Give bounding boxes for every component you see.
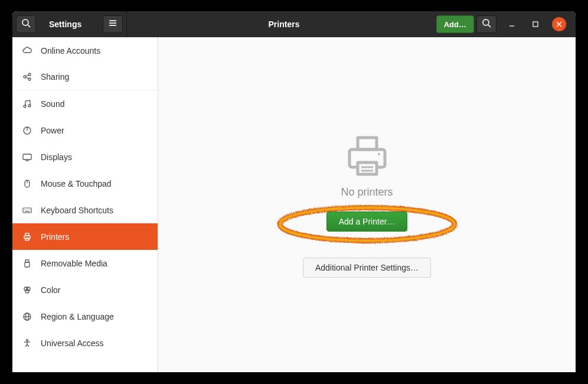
keyboard-icon [22,205,32,216]
svg-rect-48 [358,162,377,174]
sidebar-item-sharing[interactable]: Sharing [12,64,158,90]
app-title: Settings [43,19,99,29]
header-bar: Settings Printers Add… [12,11,576,37]
svg-line-6 [488,25,491,27]
hamburger-menu-button[interactable] [103,15,123,33]
sidebar-item-sound[interactable]: Sound [12,90,158,117]
svg-point-51 [378,153,380,155]
svg-point-41 [27,339,28,341]
svg-point-13 [28,78,31,80]
svg-point-0 [22,19,28,25]
share-icon [22,71,32,82]
sidebar-item-label: Universal Access [41,339,104,348]
svg-point-17 [28,105,31,107]
mouse-icon [22,178,32,189]
color-icon [22,285,32,295]
sidebar-item-label: Region & Language [41,312,114,321]
content-header: Printers Add… [127,15,576,33]
sidebar-item-label: Keyboard Shortcuts [41,206,113,215]
page-title: Printers [269,19,300,29]
sidebar-item-color[interactable]: Color [12,276,158,303]
sidebar-item-label: Online Accounts [41,46,100,56]
svg-rect-32 [25,238,29,240]
add-printer-button[interactable]: Add a Printer… [326,211,408,232]
no-printers-text: No printers [341,186,393,198]
window-minimize-button[interactable] [505,17,519,31]
sidebar-item-power[interactable]: Power [12,117,158,144]
usb-icon [22,258,32,269]
sidebar-item-label: Color [41,285,60,295]
maximize-icon [533,19,538,30]
sidebar-search-button[interactable] [16,15,36,33]
sidebar-item-label: Displays [41,152,72,162]
svg-rect-31 [25,233,29,236]
svg-point-16 [24,105,26,108]
window-body: Online Accounts Sharing Sound Power [12,37,576,372]
sidebar-item-universal-access[interactable]: Universal Access [12,330,158,356]
sidebar-item-online-accounts[interactable]: Online Accounts [12,37,158,64]
additional-printer-settings-button[interactable]: Additional Printer Settings… [303,258,431,278]
globe-icon [22,311,32,322]
sidebar-item-mouse-touchpad[interactable]: Mouse & Touchpad [12,170,158,197]
svg-line-15 [26,77,28,79]
settings-window: Settings Printers Add… [12,11,576,372]
printer-large-icon [344,132,391,181]
svg-point-12 [28,73,31,76]
hamburger-icon [108,18,117,30]
window-close-button[interactable] [552,17,566,31]
svg-line-44 [25,344,27,347]
sidebar-item-label: Printers [41,232,69,242]
sidebar-item-label: Removable Media [41,259,107,268]
svg-point-11 [24,76,26,78]
sidebar-item-removable-media[interactable]: Removable Media [12,250,158,276]
svg-point-5 [483,19,489,25]
svg-rect-20 [23,154,31,160]
svg-rect-8 [533,22,538,27]
sidebar-item-label: Sound [41,99,64,109]
window-maximize-button[interactable] [528,17,543,31]
add-button[interactable]: Add… [436,15,474,33]
close-icon [556,19,562,30]
content-pane: No printers Add a Printer… Additional Pr… [158,37,576,372]
sidebar-item-keyboard-shortcuts[interactable]: Keyboard Shortcuts [12,197,158,223]
svg-rect-34 [25,262,30,267]
svg-line-14 [26,75,28,76]
sidebar: Online Accounts Sharing Sound Power [12,37,158,372]
sidebar-item-label: Sharing [41,72,69,82]
svg-rect-24 [23,208,31,213]
add-printer-highlight-wrap: Add a Printer… [326,211,408,258]
display-icon [22,152,32,162]
svg-line-1 [28,25,30,27]
music-icon [22,99,32,109]
sidebar-item-region-language[interactable]: Region & Language [12,303,158,330]
svg-rect-47 [358,138,377,149]
cloud-icon [22,45,32,56]
sidebar-item-label: Power [41,126,64,135]
printer-icon [22,232,32,242]
content-search-button[interactable] [476,15,496,33]
minimize-icon [509,19,515,30]
search-icon [21,18,31,30]
svg-line-45 [27,344,29,347]
sidebar-item-label: Mouse & Touchpad [41,179,112,188]
power-icon [22,125,32,136]
search-icon [482,18,491,30]
sidebar-item-printers[interactable]: Printers [12,223,158,250]
sidebar-item-displays[interactable]: Displays [12,144,158,170]
accessibility-icon [22,338,32,349]
